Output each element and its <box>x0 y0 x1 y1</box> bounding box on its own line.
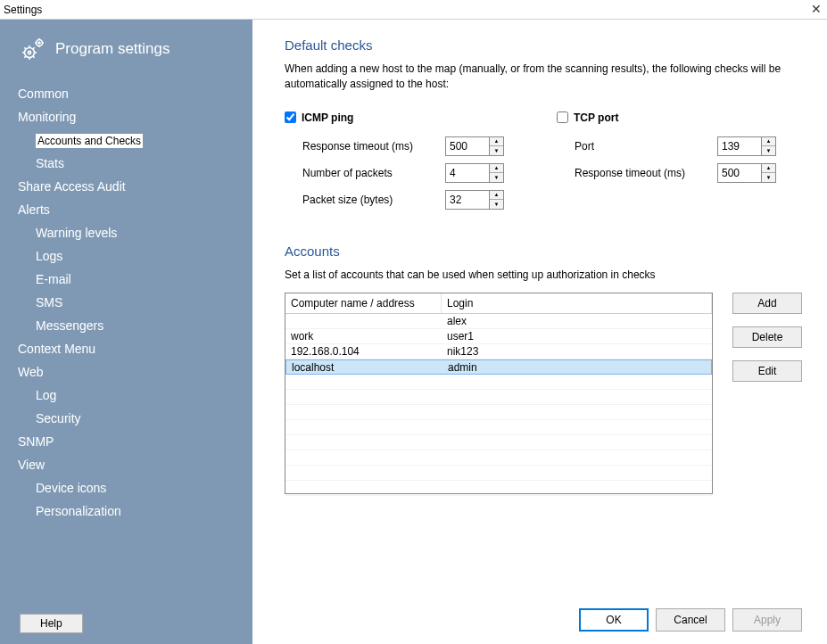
icmp-checkbox[interactable] <box>285 111 296 123</box>
icmp-timeout-input[interactable] <box>446 137 489 155</box>
nav-item-monitoring[interactable]: Monitoring <box>0 105 252 128</box>
cell-login: alex <box>442 315 712 327</box>
svg-line-6 <box>24 47 26 49</box>
spinner-up-icon[interactable]: ▲ <box>762 137 775 147</box>
nav-item-messengers[interactable]: Messengers <box>0 314 252 337</box>
table-row[interactable]: localhostadmin <box>285 359 712 375</box>
tcp-column: TCP port Port ▲▼ Response timeout (ms) ▲… <box>557 111 802 217</box>
table-row[interactable] <box>285 481 712 496</box>
titlebar: Settings ✕ <box>0 0 827 20</box>
spinner-down-icon[interactable]: ▼ <box>490 200 503 209</box>
icmp-packets-input[interactable] <box>446 164 489 182</box>
nav-item-personalization[interactable]: Personalization <box>0 500 252 523</box>
accounts-area: Computer name / address Login alexworkus… <box>285 293 802 494</box>
nav-item-log[interactable]: Log <box>0 384 252 407</box>
tcp-checkbox[interactable] <box>557 111 568 123</box>
nav-item-stats[interactable]: Stats <box>0 152 252 175</box>
nav-item-security[interactable]: Security <box>0 407 252 430</box>
tcp-timeout-input[interactable] <box>718 164 761 182</box>
nav-item-logs[interactable]: Logs <box>0 244 252 268</box>
tcp-checkbox-label[interactable]: TCP port <box>557 111 802 124</box>
sidebar-title: Program settings <box>55 40 170 58</box>
help-button[interactable]: Help <box>20 614 83 633</box>
table-row[interactable]: alex <box>285 314 712 329</box>
table-header: Computer name / address Login <box>285 293 712 314</box>
spinner-down-icon[interactable]: ▼ <box>762 173 775 182</box>
table-row[interactable] <box>285 390 712 405</box>
nav-item-device-icons[interactable]: Device icons <box>0 476 252 500</box>
icmp-column: ICMP ping Response timeout (ms) ▲▼ Numbe… <box>285 111 530 217</box>
svg-line-7 <box>33 56 35 58</box>
table-row[interactable] <box>285 375 712 390</box>
th-login[interactable]: Login <box>442 293 712 313</box>
nav-item-common[interactable]: Common <box>0 82 252 105</box>
nav-item-context-menu[interactable]: Context Menu <box>0 337 252 360</box>
close-icon[interactable]: ✕ <box>811 2 822 16</box>
nav-item-alerts[interactable]: Alerts <box>0 198 252 221</box>
icmp-label: ICMP ping <box>302 111 353 124</box>
icmp-packets-row: Number of packets ▲▼ <box>285 163 530 183</box>
nav-item-accounts-and-checks[interactable]: Accounts and Checks <box>0 128 252 152</box>
table-row[interactable] <box>285 420 712 435</box>
spinner-down-icon[interactable]: ▼ <box>762 146 775 155</box>
accounts-desc: Set a list of accounts that can be used … <box>285 268 802 283</box>
footer: OK Cancel Apply <box>285 594 802 632</box>
spinner-up-icon[interactable]: ▲ <box>762 164 775 174</box>
svg-point-11 <box>38 42 40 44</box>
icmp-packets-spinner[interactable]: ▲▼ <box>445 163 504 183</box>
tcp-label: TCP port <box>574 111 618 124</box>
ok-button[interactable]: OK <box>579 608 649 632</box>
sidebar-header: Program settings <box>0 20 252 82</box>
spinner-up-icon[interactable]: ▲ <box>490 191 503 201</box>
cell-login: user1 <box>442 330 712 343</box>
accounts-section: Accounts Set a list of accounts that can… <box>285 244 802 495</box>
svg-point-0 <box>25 48 35 58</box>
nav-item-share-access-audit[interactable]: Share Access Audit <box>0 175 252 198</box>
nav: CommonMonitoringAccounts and ChecksStats… <box>0 82 252 603</box>
tcp-port-spinner[interactable]: ▲▼ <box>717 136 776 156</box>
icmp-checkbox-label[interactable]: ICMP ping <box>285 111 530 124</box>
nav-item-sms[interactable]: SMS <box>0 291 252 314</box>
th-name[interactable]: Computer name / address <box>285 293 442 313</box>
body: Program settings CommonMonitoringAccount… <box>0 20 827 644</box>
icmp-timeout-spinner[interactable]: ▲▼ <box>445 136 504 156</box>
apply-button[interactable]: Apply <box>732 608 802 632</box>
spinner-down-icon[interactable]: ▼ <box>490 146 503 155</box>
table-buttons: Add Delete Edit <box>732 293 802 494</box>
add-button[interactable]: Add <box>732 293 802 314</box>
tcp-port-input[interactable] <box>718 137 761 155</box>
table-row[interactable] <box>285 466 712 481</box>
tcp-port-row: Port ▲▼ <box>557 136 802 156</box>
spinner-up-icon[interactable]: ▲ <box>490 164 503 174</box>
nav-item-snmp[interactable]: SNMP <box>0 430 252 453</box>
nav-item-e-mail[interactable]: E-mail <box>0 268 252 291</box>
accounts-table[interactable]: Computer name / address Login alexworkus… <box>285 293 713 494</box>
tcp-timeout-spinner[interactable]: ▲▼ <box>717 163 776 183</box>
icmp-size-spinner[interactable]: ▲▼ <box>445 190 504 210</box>
table-row[interactable]: workuser1 <box>285 329 712 344</box>
edit-button[interactable]: Edit <box>732 360 802 382</box>
cancel-button[interactable]: Cancel <box>656 608 725 632</box>
cell-name: localhost <box>286 361 442 374</box>
accounts-title: Accounts <box>285 244 802 259</box>
table-row[interactable]: 192.168.0.104nik123 <box>285 344 712 359</box>
table-row[interactable] <box>285 450 712 466</box>
icmp-size-row: Packet size (bytes) ▲▼ <box>285 190 530 210</box>
nav-item-web[interactable]: Web <box>0 360 252 384</box>
icmp-size-input[interactable] <box>446 191 489 209</box>
main-panel: Default checks When adding a new host to… <box>252 20 827 644</box>
delete-button[interactable]: Delete <box>732 326 802 348</box>
table-row[interactable] <box>285 435 712 450</box>
cell-name: work <box>285 330 442 343</box>
table-row[interactable] <box>285 405 712 420</box>
nav-item-warning-levels[interactable]: Warning levels <box>0 221 252 244</box>
icmp-packets-label: Number of packets <box>302 167 445 179</box>
svg-point-10 <box>37 40 43 46</box>
spinner-down-icon[interactable]: ▼ <box>490 173 503 182</box>
sidebar: Program settings CommonMonitoringAccount… <box>0 20 252 644</box>
window-title: Settings <box>4 4 42 16</box>
tcp-timeout-row: Response timeout (ms) ▲▼ <box>557 163 802 183</box>
tcp-timeout-label: Response timeout (ms) <box>575 167 717 179</box>
spinner-up-icon[interactable]: ▲ <box>490 137 503 147</box>
nav-item-view[interactable]: View <box>0 453 252 476</box>
